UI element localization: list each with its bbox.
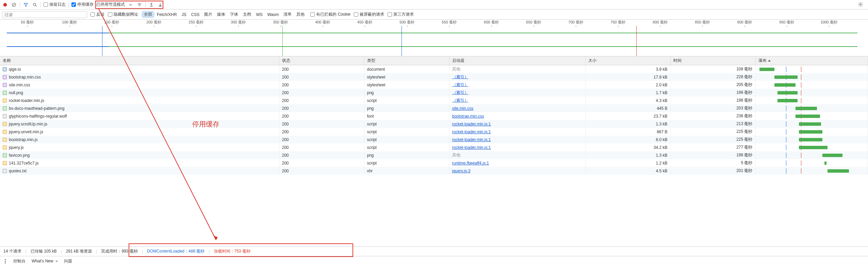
invert-checkbox[interactable]: 反转: [91, 12, 104, 17]
initiator-link[interactable]: （索引）: [452, 74, 469, 79]
table-row[interactable]: jquery.unveil.min.js200scriptrocket-load…: [0, 128, 868, 136]
table-row[interactable]: quotes.txt200xhrjquery.js:34.5 kB201 毫秒: [0, 167, 868, 175]
svg-point-3: [33, 3, 36, 5]
timeline-tick: 150 毫秒: [104, 20, 119, 25]
status-requests: 14 个请求: [3, 248, 21, 254]
request-type: script: [364, 97, 449, 104]
clear-button[interactable]: [11, 2, 17, 8]
initiator-link[interactable]: rocket-loader.min.js:1: [452, 137, 491, 142]
status-transferred: 已传输 105 kB: [31, 248, 57, 254]
waterfall-bar: [758, 106, 865, 111]
tab-issues[interactable]: 问题: [64, 258, 72, 264]
table-row[interactable]: null.png200png（索引）1.7 kB198 毫秒: [0, 89, 868, 97]
blocked-cookies-checkbox[interactable]: 有已拦截的 Cookie: [310, 12, 350, 17]
filter-type-Fetch/XHR[interactable]: Fetch/XHR: [154, 12, 179, 18]
record-button[interactable]: [2, 2, 8, 8]
filter-input[interactable]: [2, 11, 87, 18]
filter-type-字体[interactable]: 字体: [228, 11, 241, 18]
request-time: 205 毫秒: [670, 81, 755, 89]
table-row[interactable]: jquery.js200scriptrocket-loader.min.js:1…: [0, 143, 868, 151]
separator: [68, 2, 69, 7]
initiator-link[interactable]: rocket-loader.min.js:1: [452, 130, 491, 134]
table-row[interactable]: rocket-loader.min.js200script（索引）4.3 kB1…: [0, 97, 868, 104]
request-time: 225 毫秒: [670, 136, 755, 143]
throttling-caret[interactable]: [128, 2, 134, 8]
filter-type-其他[interactable]: 其他: [294, 11, 307, 18]
request-status: 200: [279, 112, 364, 120]
table-row[interactable]: bs-docs-masthead-pattern.png200pngsite.m…: [0, 104, 868, 112]
download-har-button[interactable]: [157, 2, 163, 8]
table-row[interactable]: 141.327ce5c7.js200scriptruntime.fbeeaff4…: [0, 159, 868, 167]
network-table-container[interactable]: 名称 状态 类型 启动器 大小 时间 瀑布 qige.io200document…: [0, 56, 868, 247]
more-tabs-button[interactable]: [3, 258, 7, 265]
table-row[interactable]: favicon.png200png其他1.3 kB198 毫秒: [0, 151, 868, 159]
request-size: 867 B: [585, 128, 670, 136]
header-time[interactable]: 时间: [670, 56, 755, 65]
waterfall-bar: [758, 74, 865, 80]
request-type: script: [364, 128, 449, 136]
preserve-log-checkbox[interactable]: 保留日志: [44, 2, 66, 7]
tab-whatsnew[interactable]: What's New×: [32, 259, 58, 264]
request-status: 200: [279, 65, 364, 73]
filter-type-文档[interactable]: 文档: [241, 11, 253, 18]
initiator-link[interactable]: rocket-loader.min.js:1: [452, 122, 491, 126]
filter-type-WS[interactable]: WS: [253, 12, 265, 18]
separator: [20, 2, 20, 7]
timeline-tick: 300 毫秒: [231, 20, 245, 25]
initiator-link[interactable]: site.min.css: [452, 106, 474, 111]
header-status[interactable]: 状态: [279, 56, 364, 65]
initiator-link[interactable]: rocket-loader.min.js:1: [452, 145, 491, 150]
filter-type-清单[interactable]: 清单: [281, 11, 294, 18]
search-button[interactable]: [32, 2, 38, 8]
request-status: 200: [279, 151, 364, 159]
hide-data-urls-label: 隐藏数据网址: [114, 12, 138, 17]
table-row[interactable]: glyphicons-halflings-regular.woff200font…: [0, 112, 868, 120]
header-waterfall[interactable]: 瀑布: [755, 56, 868, 65]
network-conditions-icon[interactable]: [136, 2, 143, 8]
initiator-link[interactable]: jquery.js:3: [452, 169, 471, 173]
timeline-tick: 600 毫秒: [484, 20, 498, 25]
header-name[interactable]: 名称: [0, 56, 279, 65]
table-row[interactable]: site.min.css200stylesheet（索引）2.0 kB205 毫…: [0, 81, 868, 89]
upload-har-button[interactable]: [148, 2, 154, 8]
request-type: stylesheet: [364, 81, 449, 89]
hide-data-urls-checkbox[interactable]: 隐藏数据网址: [108, 12, 138, 17]
waterfall-bar: [758, 160, 865, 166]
initiator-link[interactable]: （索引）: [452, 98, 469, 103]
table-row[interactable]: qige.io200document其他3.9 kB108 毫秒: [0, 65, 868, 73]
third-party-checkbox[interactable]: 第三方请求: [388, 12, 414, 17]
timeline-tick: 500 毫秒: [399, 20, 414, 25]
filter-type-Wasm[interactable]: Wasm: [265, 12, 281, 18]
header-initiator[interactable]: 启动器: [449, 56, 585, 65]
file-icon: [3, 67, 7, 71]
header-type[interactable]: 类型: [364, 56, 449, 65]
filter-type-CSS[interactable]: CSS: [189, 12, 202, 18]
initiator-link[interactable]: runtime.fbeeaff4.js:1: [452, 161, 489, 166]
table-row[interactable]: jquery.scrollUp.min.js200scriptrocket-lo…: [0, 120, 868, 128]
initiator-link[interactable]: （索引）: [452, 90, 469, 95]
request-type: script: [364, 143, 449, 151]
timeline-overview[interactable]: 50 毫秒100 毫秒150 毫秒200 毫秒250 毫秒300 毫秒350 毫…: [0, 20, 868, 56]
sort-indicator-icon: [768, 60, 771, 62]
filter-type-全部[interactable]: 全部: [142, 11, 154, 18]
blocked-requests-checkbox[interactable]: 被屏蔽的请求: [354, 12, 384, 17]
timeline-tick: 550 毫秒: [442, 20, 456, 25]
initiator-link[interactable]: （索引）: [452, 82, 469, 87]
file-icon: [3, 106, 7, 110]
close-icon[interactable]: ×: [55, 259, 58, 264]
tab-console[interactable]: 控制台: [13, 258, 26, 264]
throttling-dropdown[interactable]: 已停用节流模式: [96, 2, 125, 7]
disable-cache-checkbox[interactable]: 停用缓存: [71, 2, 94, 7]
filter-type-媒体[interactable]: 媒体: [215, 11, 228, 18]
third-party-label: 第三方请求: [393, 12, 414, 17]
initiator-link[interactable]: bootstrap.min.css: [452, 114, 484, 119]
request-status: 200: [279, 128, 364, 136]
filter-type-JS[interactable]: JS: [179, 12, 189, 18]
table-row[interactable]: bootstrap.min.css200stylesheet（索引）17.8 k…: [0, 73, 868, 81]
filter-type-图片[interactable]: 图片: [202, 11, 215, 18]
settings-button[interactable]: [858, 2, 864, 8]
table-row[interactable]: bootstrap.min.js200scriptrocket-loader.m…: [0, 136, 868, 143]
header-size[interactable]: 大小: [585, 56, 670, 65]
timeline-tick: 800 毫秒: [653, 20, 667, 25]
filter-toggle[interactable]: [23, 2, 29, 8]
